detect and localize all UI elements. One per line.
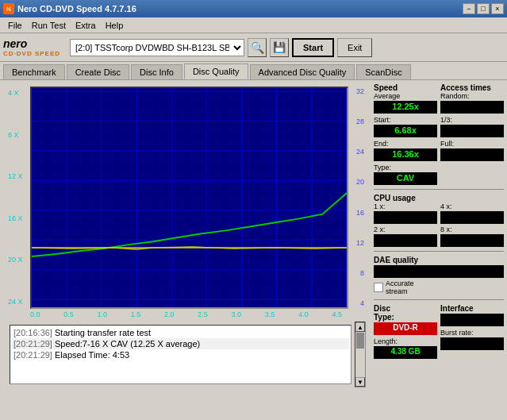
accurate-stream-row: Accurate stream — [374, 279, 504, 295]
interface-value — [440, 314, 504, 326]
random-label: Random: — [440, 92, 504, 100]
x-val-0: 0.0 — [30, 310, 40, 318]
log-item-2: [20:21:29] Speed:7-16 X CAV (12.25 X ave… — [12, 338, 349, 349]
y-left-16: 16 X — [8, 215, 29, 222]
random-value — [440, 101, 504, 114]
log-text-1: Starting transfer rate test — [55, 328, 151, 337]
chart-outer: 24 X 20 X 16 X 12 X 8 X 4 X — [6, 87, 366, 318]
disc-length-label: Length: — [374, 337, 437, 345]
end-value: 16.36x — [374, 148, 437, 161]
close-button[interactable]: × — [491, 3, 504, 14]
dae-panel: DAE quality Accurate stream — [374, 256, 504, 295]
cpu-right: 4 x: 8 x: — [440, 202, 504, 247]
main-content: 24 X 20 X 16 X 12 X 8 X 4 X — [0, 79, 507, 420]
chart-svg — [32, 88, 347, 307]
tab-create-disc[interactable]: Create Disc — [67, 64, 129, 79]
scroll-down[interactable]: ▼ — [355, 377, 365, 387]
log-text-2: Speed:7-16 X CAV (12.25 X average) — [55, 339, 200, 349]
logo-speed: CD·DVD SPEED — [3, 50, 60, 57]
accurate-label: Accurate stream — [386, 279, 414, 295]
scroll-up[interactable]: ▲ — [355, 322, 365, 332]
divider-3 — [374, 299, 504, 300]
scroll-track — [355, 332, 365, 377]
app-icon: N — [3, 3, 14, 14]
cpu-2x-label: 2 x: — [374, 225, 437, 233]
menu-extra[interactable]: Extra — [71, 19, 101, 32]
log-time-2: [20:21:29] — [13, 339, 52, 349]
tab-scan-disc[interactable]: ScanDisc — [356, 64, 410, 79]
toolbar-scan-button[interactable]: 🔍 — [248, 38, 267, 57]
divider-2 — [374, 251, 504, 252]
log-text-3: Elapsed Time: 4:53 — [55, 350, 129, 360]
x-val-1: 1.0 — [98, 310, 108, 318]
end-label: End: — [374, 140, 437, 148]
toolbar-save-button[interactable]: 💾 — [270, 38, 289, 57]
x-axis: 0.0 0.5 1.0 1.5 2.0 2.5 3.0 3.5 4.0 4.5 — [6, 309, 366, 318]
y-right-24: 24 — [356, 148, 364, 156]
start-label: Start: — [374, 116, 437, 124]
y-right-16: 16 — [356, 210, 364, 217]
start-value: 6.68x — [374, 125, 437, 137]
cpu-1x-value — [374, 211, 437, 224]
minimize-button[interactable]: − — [463, 3, 475, 14]
average-label: Average — [374, 92, 437, 100]
x-val-4: 4.0 — [298, 310, 309, 318]
dae-title: DAE quality — [374, 256, 504, 264]
cpu-left: 1 x: 2 x: — [374, 202, 437, 247]
disc-panel: Disc Type: DVD-R Length: 4.38 GB — [374, 304, 437, 359]
tab-advanced-disc-quality[interactable]: Advanced Disc Quality — [250, 64, 355, 79]
speed-panel: Speed Average 12.25x Start: 6.68x End: 1… — [374, 83, 437, 185]
maximize-button[interactable]: □ — [477, 3, 490, 14]
onethird-value — [440, 125, 504, 137]
cpu-rows: 1 x: 2 x: 4 x: 8 x: — [374, 202, 504, 247]
cpu-1x-label: 1 x: — [374, 202, 437, 210]
average-value: 12.25x — [374, 101, 437, 114]
x-val-25: 2.5 — [198, 310, 208, 318]
menu-help[interactable]: Help — [101, 19, 129, 32]
exit-button[interactable]: Exit — [337, 38, 372, 57]
interface-panel: Interface Burst rate: — [440, 304, 504, 359]
title-bar: N Nero CD-DVD Speed 4.7.7.16 − □ × — [0, 0, 507, 17]
start-button[interactable]: Start — [292, 38, 334, 57]
logo-nero: nero — [3, 37, 27, 50]
log-container: [20:16:36] Starting transfer rate test [… — [6, 322, 366, 387]
y-right-4: 4 — [356, 300, 364, 307]
divider-1 — [374, 189, 504, 190]
title-bar-buttons: − □ × — [463, 3, 504, 14]
cpu-2x-value — [374, 234, 437, 247]
tabs: Benchmark Create Disc Disc Info Disc Qua… — [0, 62, 507, 79]
menu-file[interactable]: File — [3, 19, 27, 32]
x-val-05: 0.5 — [63, 310, 74, 318]
scroll-thumb[interactable] — [356, 333, 364, 349]
burst-label: Burst rate: — [440, 329, 504, 337]
type-value: CAV — [374, 172, 437, 185]
y-right-8: 8 — [356, 270, 364, 277]
cpu-title: CPU usage — [374, 194, 504, 202]
chart-area: 24 X 20 X 16 X 12 X 8 X 4 X — [0, 80, 372, 420]
interface-title: Interface — [440, 304, 504, 313]
log-item-3: [20:21:29] Elapsed Time: 4:53 — [12, 349, 349, 360]
full-value — [440, 148, 504, 161]
dae-value — [374, 265, 504, 278]
tab-disc-quality[interactable]: Disc Quality — [184, 64, 248, 79]
menu-run-test[interactable]: Run Test — [27, 19, 71, 32]
full-label: Full: — [440, 140, 504, 148]
x-val-15: 1.5 — [131, 310, 141, 318]
log-scrollbar[interactable]: ▲ ▼ — [355, 322, 366, 387]
tab-disc-info[interactable]: Disc Info — [131, 64, 182, 79]
log-time-1: [20:16:36] — [13, 328, 52, 337]
title-bar-text: Nero CD-DVD Speed 4.7.7.16 — [17, 4, 136, 13]
toolbar: nero CD·DVD SPEED [2:0] TSSTcorp DVDWBD … — [0, 33, 507, 62]
right-panel: Speed Average 12.25x Start: 6.68x End: 1… — [372, 80, 507, 420]
y-left-8: 8 X — [8, 132, 29, 139]
y-right-12: 12 — [356, 240, 364, 247]
x-val-2: 2.0 — [164, 310, 175, 318]
app-logo: nero CD·DVD SPEED — [3, 37, 60, 57]
x-val-3: 3.0 — [232, 310, 242, 318]
tab-benchmark[interactable]: Benchmark — [3, 64, 65, 79]
onethird-label: 1/3: — [440, 116, 504, 124]
drive-select[interactable]: [2:0] TSSTcorp DVDWBD SH-B123L SB04 — [70, 39, 244, 56]
accurate-stream-checkbox[interactable] — [374, 283, 383, 292]
y-left-12: 12 X — [8, 173, 29, 180]
disc-length-value: 4.38 GB — [374, 346, 437, 359]
